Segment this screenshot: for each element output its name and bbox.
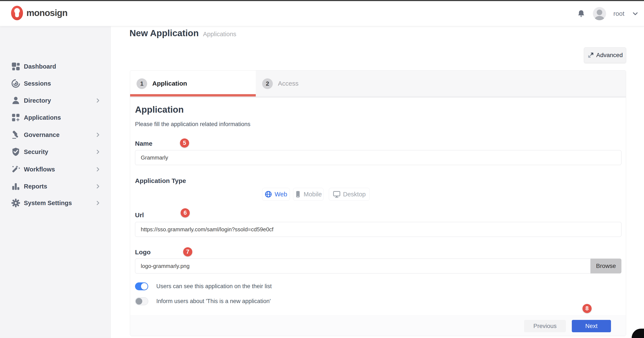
sidebar-item-system-settings[interactable]: System Settings bbox=[0, 194, 111, 212]
page-title: New Application bbox=[130, 28, 199, 38]
governance-gavel-icon bbox=[11, 130, 20, 140]
type-option-label: Web bbox=[274, 191, 287, 198]
dashboard-icon bbox=[11, 62, 20, 71]
inform-users-toggle[interactable] bbox=[135, 297, 148, 305]
sidebar-item-label: Sessions bbox=[24, 80, 51, 87]
chevron-right-icon bbox=[95, 200, 101, 206]
type-option-mobile[interactable]: Mobile bbox=[293, 188, 324, 201]
tab-label: Application bbox=[152, 80, 187, 87]
globe-icon bbox=[265, 190, 272, 198]
tab-access[interactable]: 2 Access bbox=[256, 70, 626, 96]
chevron-right-icon bbox=[95, 149, 101, 155]
header-actions: root bbox=[577, 1, 639, 26]
tab-application[interactable]: 1 Application bbox=[130, 70, 256, 96]
sidebar-item-label: System Settings bbox=[24, 200, 72, 206]
tab-label: Access bbox=[278, 80, 298, 87]
page-header: New Application Applications bbox=[130, 28, 236, 38]
type-option-web[interactable]: Web bbox=[262, 188, 290, 201]
sidebar-item-applications[interactable]: Applications bbox=[0, 109, 111, 126]
sidebar-item-workflows[interactable]: Workflows bbox=[0, 161, 111, 178]
logo-file-input[interactable] bbox=[135, 258, 590, 274]
section-heading: Application bbox=[135, 104, 184, 115]
sidebar-item-dashboard[interactable]: Dashboard bbox=[0, 58, 111, 75]
browse-button[interactable]: Browse bbox=[590, 258, 622, 274]
sidebar-nav: Dashboard Sessions Directory bbox=[0, 26, 111, 338]
chevron-right-icon bbox=[95, 166, 101, 172]
visible-to-users-toggle[interactable] bbox=[135, 282, 148, 290]
tab-number-badge: 2 bbox=[262, 78, 273, 89]
security-shield-icon bbox=[11, 147, 20, 156]
brand-name: monosign bbox=[26, 8, 68, 18]
step-badge-5: 5 bbox=[180, 138, 189, 148]
sessions-icon bbox=[11, 79, 20, 88]
type-option-desktop[interactable]: Desktop bbox=[329, 188, 370, 201]
tab-number-badge: 1 bbox=[136, 78, 147, 89]
chevron-right-icon bbox=[95, 132, 101, 138]
chevron-right-icon bbox=[95, 98, 101, 104]
reports-bar-chart-icon bbox=[11, 182, 20, 191]
step-badge-8: 8 bbox=[582, 304, 592, 313]
wizard-tabstrip: 1 Application 2 Access bbox=[130, 70, 626, 96]
tabstrip-divider bbox=[130, 96, 626, 98]
user-menu-chevron-down-icon[interactable] bbox=[632, 10, 639, 17]
toggle-label: Users can see this application on the th… bbox=[156, 283, 272, 290]
active-tab-underline bbox=[130, 94, 256, 96]
chevron-right-icon bbox=[95, 184, 101, 189]
user-name: root bbox=[613, 10, 624, 17]
expand-arrows-icon bbox=[587, 52, 594, 58]
mobile-icon bbox=[295, 190, 301, 198]
sidebar-item-label: Applications bbox=[24, 114, 61, 121]
sidebar-item-directory[interactable]: Directory bbox=[0, 92, 111, 109]
applications-icon bbox=[11, 113, 20, 122]
url-input[interactable] bbox=[135, 222, 622, 237]
sidebar-item-reports[interactable]: Reports bbox=[0, 178, 111, 195]
desktop-icon bbox=[333, 190, 340, 198]
sidebar-item-label: Reports bbox=[24, 183, 47, 190]
toggle-label: Inform users about 'This is a new applic… bbox=[156, 298, 271, 304]
sidebar-item-security[interactable]: Security bbox=[0, 143, 111, 160]
user-avatar[interactable] bbox=[593, 7, 606, 20]
top-header: monosign root bbox=[0, 1, 644, 26]
sidebar-item-label: Workflows bbox=[24, 166, 55, 173]
type-option-label: Desktop bbox=[343, 191, 366, 198]
toggle-row-visible-to-users: Users can see this application on the th… bbox=[135, 282, 272, 290]
directory-icon bbox=[11, 96, 20, 105]
section-subheading: Please fill the application related info… bbox=[135, 121, 250, 128]
sidebar-item-label: Governance bbox=[24, 132, 60, 138]
toggle-row-inform-users: Inform users about 'This is a new applic… bbox=[135, 297, 271, 306]
application-type-label: Application Type bbox=[135, 177, 186, 184]
brand-logo[interactable]: monosign bbox=[11, 6, 68, 20]
sidebar-item-label: Security bbox=[24, 148, 48, 156]
sidebar-item-sessions[interactable]: Sessions bbox=[0, 75, 111, 92]
sidebar-item-label: Directory bbox=[24, 97, 51, 104]
logo-label: Logo bbox=[135, 248, 150, 256]
monosign-logo-icon bbox=[11, 6, 23, 20]
new-application-card: 1 Application 2 Access Application Pleas… bbox=[130, 70, 626, 336]
app-window: monosign root Dashboard bbox=[0, 0, 644, 338]
sidebar-item-governance[interactable]: Governance bbox=[0, 126, 111, 143]
breadcrumb: Applications bbox=[203, 31, 236, 38]
advanced-button-label: Advanced bbox=[596, 52, 623, 58]
name-label: Name bbox=[135, 140, 152, 147]
workflows-wand-icon bbox=[11, 165, 20, 174]
previous-button[interactable]: Previous bbox=[524, 320, 566, 332]
sidebar-item-label: Dashboard bbox=[24, 63, 56, 70]
step-badge-6: 6 bbox=[180, 208, 190, 218]
url-label: Url bbox=[135, 212, 144, 219]
settings-gear-icon bbox=[11, 198, 20, 208]
advanced-button[interactable]: Advanced bbox=[584, 47, 626, 63]
step-badge-7: 7 bbox=[183, 247, 192, 256]
next-button[interactable]: Next bbox=[572, 320, 611, 332]
type-option-label: Mobile bbox=[304, 191, 322, 198]
name-input[interactable] bbox=[135, 150, 622, 165]
corner-overlay-shape bbox=[632, 329, 644, 338]
notifications-bell-icon[interactable] bbox=[577, 9, 586, 18]
